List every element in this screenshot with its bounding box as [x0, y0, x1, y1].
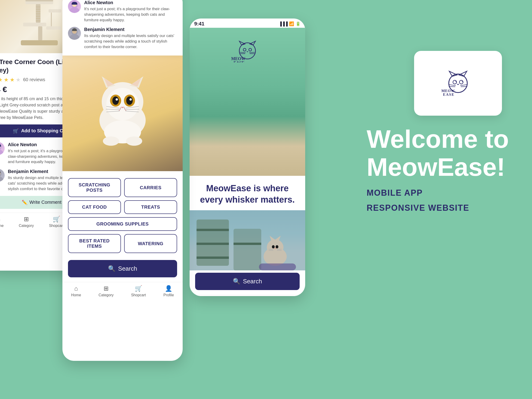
nav-shopcart-label: Shopcart	[49, 224, 64, 228]
star-4: ★	[10, 77, 15, 83]
partial-review-1: Alice Newton It's not just a post; it's …	[68, 0, 177, 23]
svg-marker-91	[457, 84, 459, 85]
home-icon-center: ⌂	[74, 285, 78, 292]
svg-point-57	[249, 48, 252, 51]
signal-icon-hero: ▐▐▐	[279, 21, 288, 26]
search-label-center: Search	[118, 265, 137, 272]
nav-category[interactable]: ⊞ Category	[19, 216, 34, 228]
nav-category-center[interactable]: ⊞ Category	[99, 285, 114, 297]
welcome-subtitle: MOBILE APP RESPONSIVE WEBSITE	[367, 186, 509, 216]
welcome-line1: Welcome to	[367, 125, 509, 153]
star-5: ★	[16, 77, 21, 83]
wifi-icon-hero: 📶	[289, 21, 294, 26]
category-watering[interactable]: WATERING	[124, 234, 177, 253]
svg-rect-1	[25, 0, 53, 1]
category-treats[interactable]: TREATS	[124, 200, 177, 214]
phone-category: 9:41 ▐▐▐ 📶 🔋	[63, 42, 183, 361]
review-count: 60 reviews	[23, 77, 45, 82]
cat-hero-svg	[83, 56, 162, 148]
partial-review-text-1: It's not just a post; it's a playground …	[84, 6, 177, 23]
svg-point-25	[69, 7, 80, 13]
hero-splash-area: MEOW EASE	[190, 28, 305, 176]
svg-marker-58	[247, 51, 248, 52]
search-icon-center: 🔍	[108, 265, 115, 272]
partial-avatar-alice	[68, 0, 81, 13]
logo-cat-svg: MEOW EASE	[435, 69, 481, 97]
shelf-scene-svg	[190, 210, 305, 270]
svg-text:MEOW: MEOW	[231, 57, 245, 61]
partial-avatar-benjamin	[68, 27, 81, 40]
phone-reviews-partial: Alice Newton It's not just a post; it's …	[63, 0, 183, 56]
partial-reviews-content: Alice Newton It's not just a post; it's …	[63, 0, 183, 56]
nav-shopcart-center-label: Shopcart	[131, 293, 146, 297]
svg-point-52	[126, 136, 142, 146]
nav-shopcart-center[interactable]: 🛒 Shopcart	[131, 285, 146, 297]
search-label-hero: Search	[243, 278, 262, 285]
category-grooming[interactable]: GROOMING SUPPLIES	[68, 217, 177, 231]
partial-review-2: Benjamin Klement Its sturdy design and m…	[68, 27, 177, 50]
nav-home[interactable]: ⌂ Home	[0, 216, 4, 228]
welcome-line2: MeowEase!	[367, 153, 505, 181]
profile-icon-center: 👤	[165, 285, 172, 292]
category-cat-food[interactable]: CAT FOOD	[68, 200, 121, 214]
svg-line-94	[460, 85, 467, 86]
nav-shopcart[interactable]: 🛒 Shopcart	[49, 216, 64, 228]
svg-rect-69	[196, 257, 229, 259]
svg-point-39	[112, 97, 119, 105]
home-icon: ⌂	[0, 216, 0, 223]
nav-profile-center[interactable]: 👤 Profile	[164, 285, 174, 297]
svg-rect-70	[234, 229, 261, 270]
svg-point-40	[126, 97, 133, 105]
nav-home-label: Home	[0, 224, 4, 228]
bottom-nav-center: ⌂ Home ⊞ Category 🛒 Shopcart 👤 Profile	[63, 282, 183, 301]
partial-review-text-2: Its sturdy design and multiple levels sa…	[84, 33, 177, 50]
pencil-icon: ✏️	[22, 200, 27, 205]
reviewer-avatar-benjamin	[0, 169, 5, 182]
welcome-section: Welcome to MeowEase! MOBILE APP RESPONSI…	[367, 125, 509, 216]
subtitle-line1: MOBILE APP	[367, 186, 509, 200]
reviewer-avatar-alice	[0, 142, 5, 155]
svg-rect-83	[259, 264, 296, 270]
category-icon-center: ⊞	[104, 285, 109, 292]
svg-point-87	[453, 80, 457, 84]
splash-logo: MEOW EASE	[224, 39, 271, 63]
status-icons-hero: ▐▐▐ 📶 🔋	[279, 21, 301, 26]
svg-point-41	[116, 98, 118, 101]
category-scratching-posts[interactable]: SCRATCHING POSTS	[68, 178, 121, 197]
cart-icon: 🛒	[13, 128, 19, 134]
search-icon-hero: 🔍	[233, 278, 240, 285]
svg-text:EASE: EASE	[234, 61, 244, 63]
svg-rect-8	[46, 26, 61, 30]
shopcart-icon: 🛒	[53, 216, 60, 223]
svg-rect-6	[49, 9, 61, 13]
brand-logo-large: MEOW EASE	[435, 69, 481, 97]
nav-category-center-label: Category	[99, 293, 114, 297]
splash-tagline: MeowEase is where every whisker matters.	[190, 176, 305, 210]
svg-point-77	[276, 245, 278, 248]
bottom-nav-hero: ⌂ Home ⊞ Category 🛒 Shopcart 👤 Profile	[190, 295, 305, 296]
svg-line-93	[449, 86, 455, 87]
battery-icon-hero: 🔋	[296, 21, 301, 26]
subtitle-line2: RESPONSIVE WEBSITE	[367, 200, 509, 216]
category-icon: ⊞	[24, 216, 29, 223]
category-carries[interactable]: CARRIES	[124, 178, 177, 197]
svg-point-88	[459, 80, 463, 84]
svg-point-56	[243, 48, 246, 51]
search-button-hero[interactable]: 🔍 Search	[195, 273, 300, 290]
svg-rect-67	[196, 229, 229, 231]
svg-point-42	[129, 98, 132, 101]
search-button-center[interactable]: 🔍 Search	[68, 260, 177, 277]
nav-home-center[interactable]: ⌂ Home	[71, 285, 81, 297]
status-bar-hero: 9:41 ▐▐▐ 📶 🔋	[190, 19, 305, 28]
svg-point-51	[103, 136, 119, 146]
partial-review-content-2: Benjamin Klement Its sturdy design and m…	[84, 27, 177, 50]
nav-home-center-label: Home	[71, 293, 81, 297]
cat-logo-svg-splash: MEOW EASE	[224, 39, 271, 63]
svg-point-20	[0, 176, 3, 182]
svg-rect-5	[21, 40, 58, 45]
nav-profile-center-label: Profile	[164, 293, 174, 297]
hero-cat-shelf	[190, 210, 305, 270]
category-best-rated[interactable]: BEST RATED ITEMS	[68, 234, 121, 253]
svg-rect-71	[234, 243, 261, 245]
phone-hero-splash: 9:41 ▐▐▐ 📶 🔋	[190, 19, 305, 296]
